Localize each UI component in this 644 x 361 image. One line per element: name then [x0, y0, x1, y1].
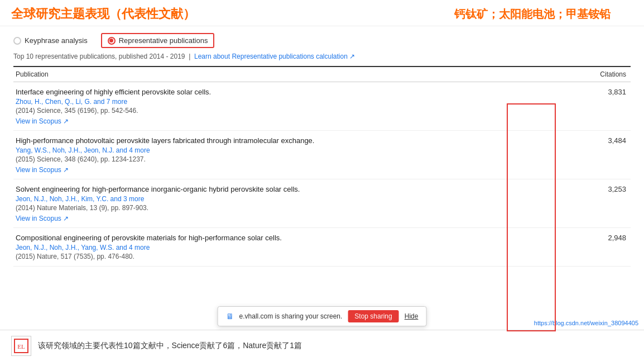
page-title-chinese: 全球研究主题表现（代表性文献） [11, 6, 195, 22]
pub-link-2[interactable]: View in Scopus ↗ [16, 215, 69, 222]
watermark: https://blog.csdn.net/weixin_38094405 [534, 320, 638, 326]
bottom-bar: EL 该研究领域的主要代表性10篇文献中，Science贡献了6篇，Nature… [0, 330, 644, 361]
table-row: Interface engineering of highly efficien… [13, 82, 631, 131]
table-row: Compositional engineering of perovskite … [13, 228, 631, 267]
pub-year-0: (2014) Science, 345 (6196), pp. 542-546. [16, 107, 568, 115]
pub-cell-2: Solvent engineering for high-performance… [13, 179, 570, 228]
stop-sharing-button[interactable]: Stop sharing [348, 310, 398, 322]
citations-val-1: 3,484 [570, 131, 631, 179]
pub-title-0: Interface engineering of highly efficien… [16, 88, 568, 96]
pub-link-0[interactable]: View in Scopus ↗ [16, 117, 69, 125]
col-publication: Publication [13, 66, 570, 82]
pub-title-2: Solvent engineering for high-performance… [16, 185, 568, 193]
pub-authors-0[interactable]: Zhou, H., Chen, Q., Li, G. and 7 more [16, 98, 568, 106]
publications-table: Publication Citations Interface engineer… [13, 66, 631, 267]
tab-row: Keyphrase analysis Representative public… [13, 33, 631, 48]
pub-authors-2[interactable]: Jeon, N.J., Noh, J.H., Kim, Y.C. and 3 m… [16, 195, 568, 203]
citations-val-3: 2,948 [570, 228, 631, 267]
title-bar: 全球研究主题表现（代表性文献） 钙钛矿；太阳能电池；甲基铵铅 [0, 0, 644, 26]
table-row: High-performance photovoltaic perovskite… [13, 131, 631, 179]
main-content: Keyphrase analysis Representative public… [0, 26, 644, 267]
info-line: Top 10 representative publications, publ… [13, 53, 631, 60]
pub-year-3: (2015) Nature, 517 (7535), pp. 476-480. [16, 253, 568, 260]
pub-cell-1: High-performance photovoltaic perovskite… [13, 131, 570, 179]
screen-share-text: e.vhall.com is sharing your screen. [239, 312, 343, 320]
pub-title-3: Compositional engineering of perovskite … [16, 234, 568, 242]
citations-val-2: 3,253 [570, 179, 631, 228]
screen-share-icon: 🖥 [226, 312, 234, 321]
elsevier-logo: EL [11, 336, 31, 356]
radio-keyphrase-circle [13, 37, 21, 45]
bottom-text: 该研究领域的主要代表性10篇文献中，Science贡献了6篇，Nature贡献了… [38, 341, 302, 351]
pub-link-1[interactable]: View in Scopus ↗ [16, 166, 69, 174]
citations-val-0: 3,831 [570, 82, 631, 131]
pub-year-2: (2014) Nature Materials, 13 (9), pp. 897… [16, 204, 568, 212]
pub-authors-3[interactable]: Jeon, N.J., Noh, J.H., Yang, W.S. and 4 … [16, 244, 568, 251]
pub-authors-1[interactable]: Yang, W.S., Noh, J.H., Jeon, N.J. and 4 … [16, 146, 568, 154]
tab-keyphrase[interactable]: Keyphrase analysis [13, 36, 88, 45]
page-title-keywords: 钙钛矿；太阳能电池；甲基铵铅 [454, 7, 611, 22]
learn-link[interactable]: Learn about Representative publications … [194, 53, 355, 60]
tab-representative-label: Representative publications [119, 36, 208, 45]
screen-share-bar: 🖥 e.vhall.com is sharing your screen. St… [218, 306, 427, 326]
pub-title-1: High-performance photovoltaic perovskite… [16, 136, 568, 145]
radio-representative-circle [108, 37, 116, 45]
tab-keyphrase-label: Keyphrase analysis [25, 36, 88, 45]
col-citations: Citations [570, 66, 631, 82]
pub-year-1: (2015) Science, 348 (6240), pp. 1234-123… [16, 155, 568, 163]
pub-cell-0: Interface engineering of highly efficien… [13, 82, 570, 131]
tab-representative[interactable]: Representative publications [101, 33, 215, 48]
table-row: Solvent engineering for high-performance… [13, 179, 631, 228]
info-text: Top 10 representative publications, publ… [13, 53, 185, 60]
pub-cell-3: Compositional engineering of perovskite … [13, 228, 570, 267]
svg-text:EL: EL [17, 343, 25, 350]
elsevier-icon: EL [11, 336, 31, 356]
hide-button[interactable]: Hide [405, 312, 419, 320]
